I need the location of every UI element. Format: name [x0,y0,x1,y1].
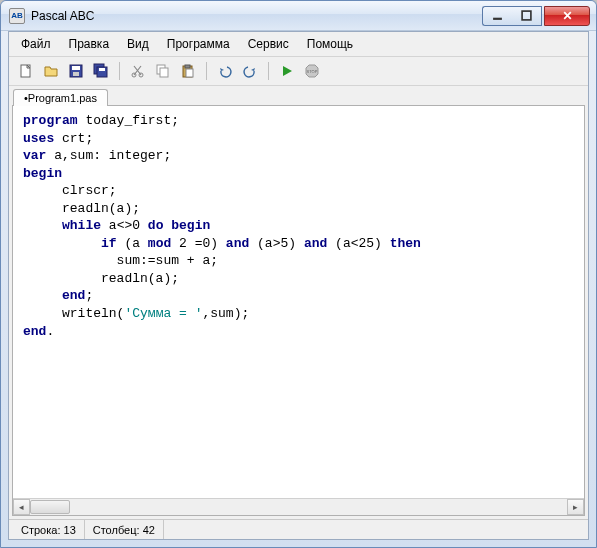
client-area: Файл Правка Вид Программа Сервис Помощь [8,31,589,540]
save-all-button[interactable] [90,60,112,82]
toolbar: STOP [9,57,588,86]
code-line: writeln('Сумма = ',sum); [23,305,574,323]
svg-rect-5 [73,72,79,76]
redo-button[interactable] [239,60,261,82]
code-line: end; [23,287,574,305]
menubar: Файл Правка Вид Программа Сервис Помощь [9,32,588,57]
toolbar-separator [206,62,207,80]
svg-rect-12 [160,68,168,77]
code-line: program today_first; [23,112,574,130]
scroll-right-button[interactable]: ▸ [567,499,584,515]
svg-text:STOP: STOP [307,69,318,74]
toolbar-separator [119,62,120,80]
close-button[interactable] [544,6,590,26]
code-line: begin [23,165,574,183]
code-line: uses crt; [23,130,574,148]
code-editor[interactable]: program today_first;uses crt;var a,sum: … [13,106,584,498]
save-button[interactable] [65,60,87,82]
svg-rect-4 [72,66,80,70]
status-line-label: Строка: [21,524,60,536]
scroll-left-button[interactable]: ◂ [13,499,30,515]
menu-program[interactable]: Программа [159,35,238,53]
svg-rect-0 [493,18,502,20]
status-line-value: 13 [64,524,76,536]
editor-tab[interactable]: •Program1.pas [13,89,108,106]
app-icon: AB [9,8,25,24]
scroll-thumb[interactable] [30,500,70,514]
run-button[interactable] [276,60,298,82]
app-window: AB Pascal ABC Файл Правка Вид Программа … [0,0,597,548]
copy-button[interactable] [152,60,174,82]
new-file-button[interactable] [15,60,37,82]
code-line: sum:=sum + a; [23,252,574,270]
open-file-button[interactable] [40,60,62,82]
code-line: readln(a); [23,270,574,288]
window-controls [482,6,590,26]
status-line: Строка: 13 [13,520,85,539]
svg-rect-15 [186,69,193,77]
code-line: while a<>0 do begin [23,217,574,235]
tabbar: •Program1.pas [9,86,588,105]
svg-rect-14 [185,65,190,68]
cut-button[interactable] [127,60,149,82]
menu-help[interactable]: Помощь [299,35,361,53]
menu-edit[interactable]: Правка [61,35,118,53]
status-column: Столбец: 42 [85,520,164,539]
menu-file[interactable]: Файл [13,35,59,53]
horizontal-scrollbar[interactable]: ◂ ▸ [13,498,584,515]
svg-rect-8 [99,68,105,71]
menu-view[interactable]: Вид [119,35,157,53]
status-col-value: 42 [143,524,155,536]
code-line: end. [23,323,574,341]
svg-rect-1 [522,11,531,20]
code-line: var a,sum: integer; [23,147,574,165]
paste-button[interactable] [177,60,199,82]
statusbar: Строка: 13 Столбец: 42 [9,519,588,539]
code-line: if (a mod 2 =0) and (a>5) and (a<25) the… [23,235,574,253]
editor-area: program today_first;uses crt;var a,sum: … [12,105,585,516]
toolbar-separator [268,62,269,80]
window-title: Pascal ABC [31,9,482,23]
stop-button[interactable]: STOP [301,60,323,82]
titlebar[interactable]: AB Pascal ABC [1,1,596,31]
code-line: readln(a); [23,200,574,218]
minimize-button[interactable] [482,6,512,26]
status-col-label: Столбец: [93,524,140,536]
code-line: clrscr; [23,182,574,200]
scroll-track[interactable] [30,499,567,515]
menu-service[interactable]: Сервис [240,35,297,53]
undo-button[interactable] [214,60,236,82]
maximize-button[interactable] [512,6,542,26]
